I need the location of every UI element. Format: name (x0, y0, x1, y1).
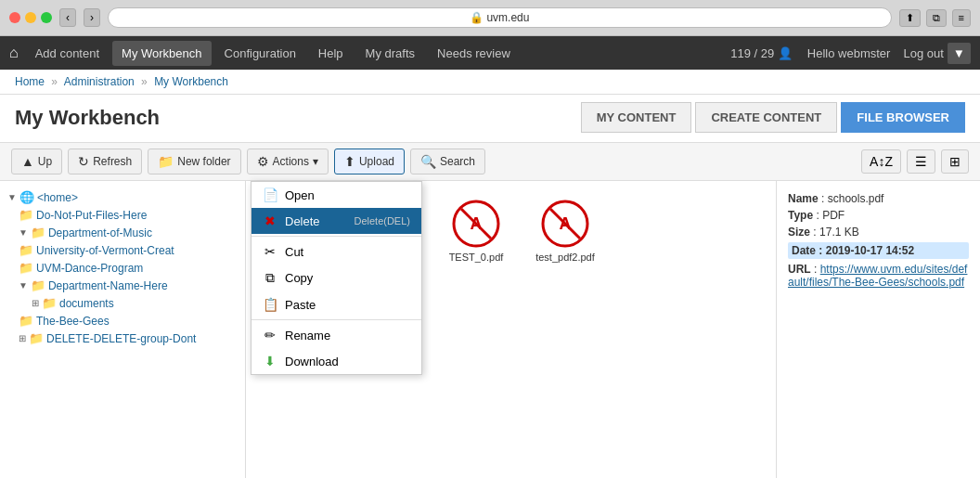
up-button[interactable]: ▲ Up (11, 149, 62, 174)
up-label: Up (38, 155, 52, 168)
forward-button[interactable]: › (84, 8, 100, 27)
tree-item-uvm-creat[interactable]: 📁 University-of-Vermont-Creat (4, 241, 241, 259)
page-header: My Workbench MY CONTENT CREATE CONTENT F… (0, 95, 980, 143)
tree-item-do-not-put[interactable]: 📁 Do-Not-Put-Files-Here (4, 206, 241, 224)
breadcrumb-workbench[interactable]: My Workbench (154, 75, 228, 88)
folder-icon: 📁 (42, 296, 57, 310)
upload-button[interactable]: ⬆ Upload (334, 149, 405, 174)
tree-item-dept-music[interactable]: ▼ 📁 Department-of-Music (4, 224, 241, 241)
tree-label: documents (59, 297, 114, 310)
address-bar[interactable]: 🔒 uvm.edu (108, 7, 892, 28)
nav-help[interactable]: Help (309, 41, 353, 66)
refresh-button[interactable]: ↻ Refresh (68, 149, 142, 174)
nav-configuration[interactable]: Configuration (215, 41, 305, 66)
tree-label: DELETE-DELETE-group-Dont (46, 332, 196, 345)
tree-item-dept-name[interactable]: ▼ 📁 Department-Name-Here (4, 277, 241, 294)
tree-label: The-Bee-Gees (36, 315, 110, 328)
search-button[interactable]: 🔍 Search (410, 149, 485, 174)
expand-nav-button[interactable]: ▼ (948, 43, 971, 64)
context-menu: 📄 Open ✖ Delete Delete(DEL) ✂ Cut ⧉ Copy… (251, 181, 422, 375)
folder-plus-icon: 📁 (158, 154, 174, 169)
tree-label: UVM-Dance-Program (36, 262, 143, 275)
back-button[interactable]: ‹ (59, 8, 76, 27)
context-menu-rename[interactable]: ✏ Rename (251, 322, 421, 348)
share-button[interactable]: ⬆ (899, 9, 921, 27)
tree-label: <home> (37, 191, 78, 204)
context-menu-download-label: Download (285, 355, 339, 368)
actions-button[interactable]: ⚙ Actions ▾ (247, 149, 329, 174)
info-type-value: PDF (822, 209, 845, 222)
nav-add-content[interactable]: Add content (26, 41, 109, 66)
info-url-row: URL : https://www.uvm.edu/sites/default/… (788, 263, 969, 289)
context-menu-copy-label: Copy (285, 271, 313, 285)
traffic-lights (9, 12, 52, 23)
folder-icon: 📁 (29, 331, 44, 345)
browser-chrome: ‹ › 🔒 uvm.edu ⬆ ⧉ ≡ (0, 0, 980, 36)
tree-item-delete-group[interactable]: ⊞ 📁 DELETE-DELETE-group-Dont (4, 329, 241, 347)
maximize-button[interactable] (41, 12, 52, 23)
header-tabs: MY CONTENT CREATE CONTENT FILE BROWSER (581, 102, 965, 133)
nav-needs-review[interactable]: Needs review (428, 41, 520, 66)
nav-my-drafts[interactable]: My drafts (356, 41, 424, 66)
file-item-test-0[interactable]: A TEST_0.pdf (439, 196, 513, 266)
info-date-label: Date (792, 244, 816, 257)
tree-item-uvm-dance[interactable]: 📁 UVM-Dance-Program (4, 259, 241, 277)
breadcrumb-home[interactable]: Home (15, 75, 45, 88)
pdf-icon: A (452, 200, 500, 248)
new-folder-button[interactable]: 📁 New folder (148, 149, 240, 174)
context-menu-open[interactable]: 📄 Open (251, 182, 421, 208)
close-button[interactable] (9, 12, 20, 23)
context-menu-divider-2 (251, 319, 421, 320)
info-name-label: Name (788, 192, 819, 205)
globe-icon: 🌐 (19, 190, 34, 204)
file-item-test-pdf2[interactable]: A test_pdf2.pdf (528, 196, 602, 266)
info-date-value: 2019-10-17 14:52 (826, 244, 914, 257)
info-date-separator: : (819, 244, 825, 257)
expand-icon: ⊞ (32, 298, 39, 308)
info-size-value: 17.1 KB (819, 226, 859, 239)
tree-item-home[interactable]: ▼ 🌐 <home> (4, 188, 241, 206)
folder-icon: 📁 (19, 208, 33, 222)
context-menu-cut[interactable]: ✂ Cut (251, 239, 421, 265)
list-view-button[interactable]: ☰ (907, 149, 935, 174)
minimize-button[interactable] (25, 12, 36, 23)
logout-button[interactable]: Log out (903, 46, 943, 60)
info-panel: Name : schools.pdf Type : PDF Size : 17.… (776, 181, 980, 478)
svg-line-8 (461, 209, 491, 239)
context-menu-copy[interactable]: ⧉ Copy (251, 265, 421, 291)
open-icon: 📄 (263, 187, 277, 202)
paste-icon: 📋 (263, 297, 277, 312)
tree-label: Department-of-Music (48, 226, 152, 239)
context-menu-paste[interactable]: 📋 Paste (251, 291, 421, 317)
home-icon[interactable]: ⌂ (9, 45, 19, 61)
expand-icon: ▼ (19, 280, 28, 291)
tab-create-content[interactable]: CREATE CONTENT (695, 102, 837, 133)
tree-item-documents[interactable]: ⊞ 📁 documents (4, 294, 241, 312)
context-menu-download[interactable]: ⬇ Download (251, 348, 421, 374)
nav-my-workbench[interactable]: My Workbench (112, 41, 211, 66)
tree-item-bee-gees[interactable]: 📁 The-Bee-Gees (4, 312, 241, 329)
sort-alpha-button[interactable]: A↕Z (861, 149, 901, 174)
actions-icon: ⚙ (257, 154, 269, 169)
context-menu-delete[interactable]: ✖ Delete Delete(DEL) (251, 208, 421, 234)
up-icon: ▲ (21, 154, 34, 169)
info-name-separator: : (821, 192, 828, 205)
browser-actions: ⬆ ⧉ ≡ (899, 9, 971, 27)
user-counter: 119 / 29 👤 (730, 46, 793, 60)
new-tab-button[interactable]: ⧉ (926, 9, 947, 27)
breadcrumb: Home » Administration » My Workbench (0, 70, 980, 95)
breadcrumb-admin[interactable]: Administration (64, 75, 135, 88)
file-name: TEST_0.pdf (449, 252, 504, 263)
tree-label: University-of-Vermont-Creat (36, 244, 174, 257)
expand-icon: ⊞ (19, 333, 26, 343)
folder-icon: 📁 (19, 243, 33, 257)
url-display: uvm.edu (486, 11, 529, 24)
tree-label: Do-Not-Put-Files-Here (36, 209, 147, 222)
info-type-row: Type : PDF (788, 209, 969, 222)
tab-file-browser[interactable]: FILE BROWSER (841, 102, 965, 133)
more-button[interactable]: ≡ (952, 9, 971, 27)
grid-view-button[interactable]: ⊞ (941, 149, 969, 174)
tab-my-content[interactable]: MY CONTENT (581, 102, 692, 133)
refresh-label: Refresh (93, 155, 132, 168)
search-label: Search (440, 155, 475, 168)
